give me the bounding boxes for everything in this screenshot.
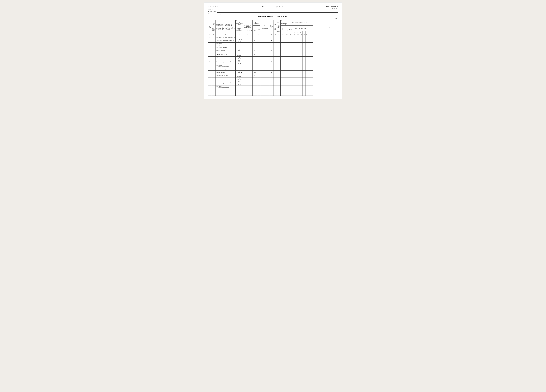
th-vsego: Всего: [289, 26, 293, 34]
th-q1: I: [293, 31, 296, 34]
table-row: Болт МI6х70.56.0II ГОСТ7798–70 шт. I6: [208, 53, 338, 57]
col-num-5: 5: [243, 34, 253, 36]
cell-potreb2: [277, 64, 281, 68]
cell-ed-kol: [257, 49, 260, 53]
cell-stoit: [308, 85, 313, 89]
cell-n-pp: [208, 78, 211, 81]
cell-tip: [235, 36, 243, 39]
predpriyatie-label: Предприятие: [208, 11, 217, 13]
table-row: Гайка МI6.8.0II ГОСТ5915–70 шт. I6: [208, 78, 338, 81]
object-label: Объект (производственная мощность): [208, 13, 234, 15]
table-row: В комплект входят:: [208, 46, 338, 49]
cell-kod: [260, 49, 270, 53]
cell-tip: [235, 46, 243, 49]
sheet-val: 4: [337, 7, 338, 9]
table-row: Гайка МI6.8.0II ГОСТ5915–70 шт. I6: [208, 57, 338, 60]
cell-q4: [303, 49, 306, 53]
cell-q1: [293, 74, 296, 78]
cell-kod: [260, 57, 270, 60]
cell-tip: ГОСТ5915–70: [235, 78, 243, 81]
cell-n-pos: [211, 43, 216, 46]
dept: А.УП/3: [208, 8, 218, 10]
cell-ed-pisme: [253, 85, 257, 89]
cell-tip: I3.00.00.00-OI СБ: [235, 60, 243, 64]
table-row: В комплект входят:: [208, 68, 338, 70]
cell-q3: [300, 85, 303, 89]
cell-kod: [260, 53, 270, 57]
cell-potreb: [270, 68, 273, 70]
cell-ed-kol: [257, 70, 260, 74]
col-num-6: 6: [253, 34, 257, 36]
cell-potreb: I6: [270, 78, 273, 81]
doc-id: 1.ПН.9СI-I-30: [208, 6, 218, 8]
cell-tip: [235, 68, 243, 70]
cell-ed-kol: [257, 74, 260, 78]
cell-zavod: [243, 81, 253, 85]
col-num-12: 12: [281, 34, 285, 36]
cell-naimen: Фланец I00-I0: [216, 70, 235, 74]
cell-ed-pisme: [253, 68, 257, 70]
cell-opr-sklade: [281, 64, 285, 68]
cell-vsego: [289, 46, 293, 49]
cell-zak-plan: [285, 53, 289, 57]
cell-kod: [260, 78, 270, 81]
cell-opr-sklade: [281, 81, 285, 85]
cell-n-pos: [211, 53, 216, 57]
th-stoit: Стоимость тыс. руб.: [313, 20, 338, 34]
cell-n-pp: [208, 43, 211, 46]
th-n-pos: № поз.по тех.компл.высотоуста-новки: [211, 20, 216, 34]
cell-potreb2: [277, 70, 281, 74]
table-row: Фланец I00-I0 ГОСТI2B27–67 шт. 2: [208, 70, 338, 74]
cell-potreb: [270, 64, 273, 68]
cell-q2: [296, 36, 300, 39]
cell-q2: [296, 53, 300, 57]
cell-plan: [306, 39, 308, 43]
cell-potreb: [270, 46, 273, 49]
cell-zavod: [243, 68, 253, 70]
cell-stoit: [308, 43, 313, 46]
cell-n-pp: [208, 64, 211, 68]
cell-ed-kol: [257, 64, 260, 68]
col-num-11: 11: [277, 34, 281, 36]
cell-n-pos: [211, 49, 216, 53]
cell-vsego: [289, 81, 293, 85]
cell-naimen: Установка дроссель-шайбн 40: [216, 39, 235, 43]
cell-zak-plan: [285, 85, 289, 89]
table-row: Материалы см.черт.I3.00.00.00: [208, 43, 338, 46]
cell-cena: [273, 74, 277, 78]
cell-q3: [300, 70, 303, 74]
col-num-9: 9: [270, 34, 273, 36]
table-row-empty: [208, 92, 338, 96]
table-row: II Установка дроссель-шайбн 50 I3.00.00.…: [208, 60, 338, 64]
cell-ed-kol: [257, 53, 260, 57]
cell-q3: [300, 49, 303, 53]
cell-n-pp: I2: [208, 81, 211, 85]
cell-q3: [300, 36, 303, 39]
cell-q2: [296, 85, 300, 89]
cell-stoit: [308, 49, 313, 53]
cell-ed-kol: [257, 39, 260, 43]
total-sheets-val: 5: [337, 6, 338, 7]
cell-cena: [273, 68, 277, 70]
table-row: Установка дроссель-шайбн 40 I3.00.00ОО С…: [208, 39, 338, 43]
cell-zavod: [243, 53, 253, 57]
cell-zavod: [243, 74, 253, 78]
cell-stoit: [308, 60, 313, 64]
col-num-15: 15: [293, 34, 296, 36]
cell-ed-pisme: [253, 64, 257, 68]
cell-n-pos: [211, 39, 216, 43]
cell-potreb2: [277, 81, 281, 85]
cell-zavod: [243, 46, 253, 49]
cell-n-pp: [208, 68, 211, 70]
cell-opr-sklade: [281, 46, 285, 49]
cell-n-pp: [208, 74, 211, 78]
col-num-3: 3: [216, 34, 235, 36]
cell-zak-plan: [285, 81, 289, 85]
main-table: №п/п № поз.по тех.компл.высотоуста-новки…: [208, 20, 338, 96]
header-row-1: №п/п № поз.по тех.компл.высотоуста-новки…: [208, 20, 338, 26]
table-row: Фланец I00-I0 ГОСТI2B27-–67 шт. 2: [208, 49, 338, 53]
cell-n-pos: [211, 81, 216, 85]
cell-n-pp: [208, 39, 211, 43]
cell-tip: I3.00.00ОО СБ: [235, 39, 243, 43]
col-num-10: 10: [273, 34, 277, 36]
